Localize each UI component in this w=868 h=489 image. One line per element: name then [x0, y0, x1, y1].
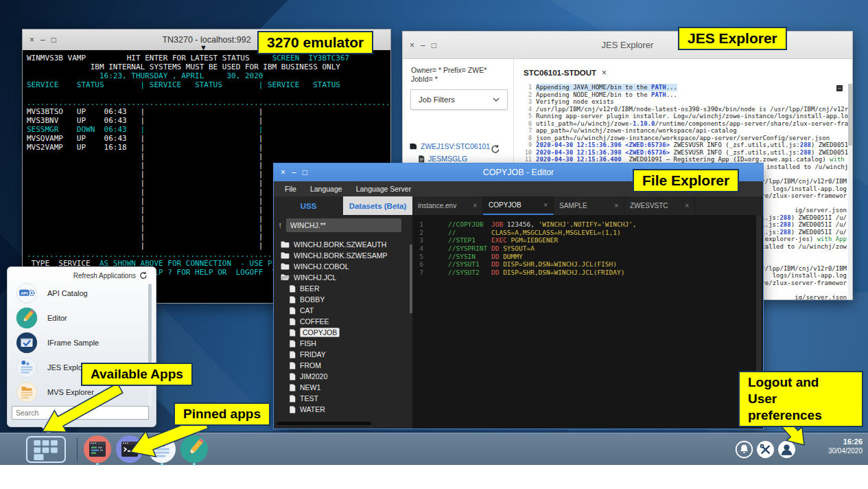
app-search-input[interactable]	[12, 406, 149, 420]
close-icon[interactable]: ×	[685, 202, 689, 209]
terminal-line: | |	[27, 152, 390, 161]
iframe-sample-icon	[16, 332, 38, 354]
close-icon[interactable]: ×	[281, 168, 285, 177]
tree-item[interactable]: TEST	[274, 393, 408, 404]
editor-tab-label: COPYJOB	[489, 201, 521, 209]
tree-item-label: COFFEE	[300, 317, 329, 326]
log-line: 7app_path=/u/winchj/zowe-instance/worksp…	[514, 127, 848, 135]
app-list: APIAPI CatalogEditorIFrame SampleJES Exp…	[8, 281, 148, 405]
code-line: 5//SYSIN DD DUMMY	[412, 253, 763, 261]
dataset-filter-input[interactable]	[286, 218, 401, 232]
caret-down-icon[interactable]: ▼	[200, 43, 207, 52]
log-line: 3Verifying node exists	[514, 98, 848, 106]
close-icon[interactable]: ×	[543, 201, 548, 209]
tree-item[interactable]: WINCHJ.COBOL	[274, 261, 408, 272]
pinned-app[interactable]	[147, 435, 176, 466]
tab-datasets-beta[interactable]: Datasets (Beta)	[343, 196, 412, 215]
mvs-explorer-icon	[16, 381, 38, 403]
tree-item[interactable]: FRIDAY	[274, 349, 408, 360]
tree-item-label: WINCHJ.BORK.SZWEAUTH	[294, 240, 386, 249]
terminal-line: 16:23, THURSDAY , APRIL 30, 2020	[27, 71, 390, 80]
tree-item[interactable]: BEER	[274, 283, 408, 294]
pinned-app[interactable]	[82, 435, 112, 466]
app-item-api-catalog[interactable]: APIAPI Catalog	[8, 281, 148, 306]
maximize-icon[interactable]: □	[51, 36, 56, 44]
text-segment	[483, 220, 491, 228]
file-icon	[290, 395, 296, 402]
code-line: 4//SYSPRINT DD SYSOUT=A	[412, 244, 763, 253]
tree-item-label: TEST	[300, 394, 318, 402]
minimize-icon[interactable]: –	[292, 168, 296, 177]
notifications-bell-icon[interactable]	[735, 440, 753, 459]
maximize-icon[interactable]: □	[303, 168, 307, 177]
terminal-line: MVS3BTSO UP 06:43 | |	[27, 107, 390, 116]
log-line: 8json_path=/u/winchj/zowe-instance/works…	[514, 135, 848, 142]
text-segment: 2020-04-30 12:15:36.396 <ZWED:65736>	[536, 141, 670, 148]
menu-file[interactable]: File	[279, 185, 302, 193]
text-segment: 2020-04-30 12:15:36.398 <ZWED:65736>	[536, 149, 670, 156]
line-number: 10	[514, 149, 532, 157]
menu-language[interactable]: Language	[305, 185, 348, 193]
tree-item[interactable]: BOBBY	[274, 294, 408, 305]
refresh-applications-button[interactable]: Refresh Applications	[73, 271, 148, 280]
file-icon	[290, 373, 296, 380]
tree-item[interactable]: WINCHJ.BORK.SZWESAMP	[274, 250, 408, 261]
tab-stc06101-stdout[interactable]: STC06101-STDOUT ×	[524, 68, 607, 78]
editor-tab[interactable]: COPYJOB×	[483, 196, 554, 215]
tab-label: STC06101-STDOUT	[524, 69, 596, 77]
pinned-app[interactable]	[115, 435, 144, 466]
editor-tab[interactable]: SAMPLE×	[554, 196, 624, 215]
pinned-app[interactable]	[179, 435, 209, 466]
tree-item[interactable]: NEW1	[274, 382, 408, 393]
minimize-icon[interactable]: –	[40, 36, 45, 44]
tab-uss[interactable]: USS	[274, 196, 343, 215]
text-segment: MVS3BNV UP 06:43 | |	[27, 116, 263, 125]
tree-item[interactable]: WATER	[274, 404, 408, 415]
app-launcher-button[interactable]	[26, 436, 66, 463]
clock: 16:26 30/04/2020	[828, 437, 863, 455]
tree-item-label: WATER	[300, 405, 325, 413]
jes-scrollbar[interactable]	[848, 84, 852, 299]
tree-item[interactable]: FROM	[274, 360, 408, 371]
close-icon[interactable]: ×	[614, 202, 618, 209]
tree-item[interactable]: WINCHJ.BORK.SZWEAUTH	[274, 239, 408, 250]
tree-item-label: NEW1	[300, 383, 320, 391]
app-item-iframe-sample[interactable]: IFrame Sample	[8, 330, 148, 355]
minimize-icon[interactable]: –	[421, 41, 425, 49]
settings-tools-icon[interactable]	[756, 440, 775, 459]
line-number: 1	[514, 84, 532, 91]
job-filters-dropdown[interactable]: Job Filters	[410, 89, 508, 110]
tree-item[interactable]: COFFEE	[274, 316, 408, 327]
text-segment: Running app-server plugin installer. Log…	[536, 113, 848, 120]
editor-tab[interactable]: ZWESVSTC×	[624, 196, 695, 215]
terminal-line: WINMVS3B VAMP HIT ENTER FOR LATEST STATU…	[27, 54, 390, 62]
maximize-icon[interactable]: □	[432, 41, 436, 49]
refresh-icon[interactable]	[491, 144, 500, 154]
editor-tab[interactable]: instance.env×	[412, 196, 483, 215]
up-arrow-icon[interactable]: ↑	[278, 220, 282, 230]
editor-tab-label: ZWESVSTC	[630, 202, 668, 209]
pinned-apps	[82, 435, 209, 466]
menu-scrollbar[interactable]	[148, 284, 152, 405]
code-line: 7//SYSUT2 DD DISP=SHR,DSN=WINCHJ.JCL(FRI…	[412, 269, 763, 277]
text-segment: /runtime/components/app-server/share/zlu…	[655, 120, 848, 127]
close-icon[interactable]: ×	[602, 68, 607, 78]
tree-item[interactable]: JIM2020	[274, 371, 408, 382]
tree-item[interactable]: WINCHJ.JCL	[274, 272, 408, 283]
tree-item-label: COPYJOB	[300, 328, 340, 337]
tree-horizontal-scrollbar[interactable]	[277, 422, 371, 425]
code-area[interactable]: 1//COPYJOB JOB 123456, 'WINCHJ',NOTIFY='…	[412, 215, 763, 429]
user-profile-icon[interactable]	[777, 440, 796, 459]
close-icon[interactable]: ×	[410, 41, 414, 49]
code-text: //SYSIN DD DUMMY	[448, 253, 523, 261]
app-item-label: Editor	[47, 314, 67, 322]
app-item-editor[interactable]: Editor	[8, 306, 148, 330]
text-segment: //	[448, 229, 456, 236]
close-icon[interactable]: ×	[473, 202, 477, 209]
tree-item[interactable]: FISH	[274, 338, 408, 349]
tree-item[interactable]: CAT	[274, 305, 408, 316]
close-icon[interactable]: ×	[30, 36, 34, 44]
menu-language-server[interactable]: Language Server	[351, 185, 417, 193]
terminal-line: ........................................…	[27, 98, 390, 107]
tree-item[interactable]: COPYJOB	[274, 327, 408, 338]
